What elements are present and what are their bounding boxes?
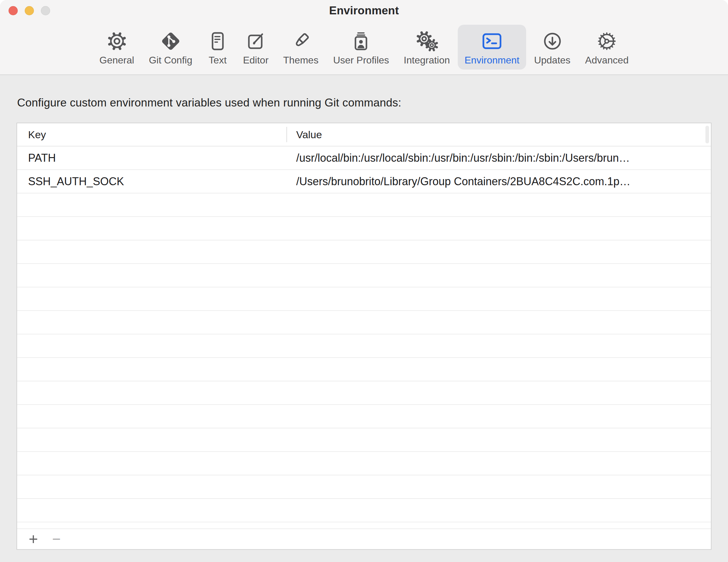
add-variable-button[interactable]: + [29,531,38,547]
toolbar-tabs: General Git Config Text Editor The [0,25,728,70]
empty-table-row[interactable] [17,264,711,287]
terminal-icon [480,30,504,53]
column-resize-divider[interactable] [286,127,287,142]
window-title: Environment [0,4,728,17]
remove-variable-button[interactable]: − [52,532,60,546]
scrollbar-thumb[interactable] [705,126,709,143]
tab-label: Text [209,55,227,66]
tab-label: Updates [534,55,570,66]
empty-table-row[interactable] [17,405,711,428]
tab-label: Editor [243,55,269,66]
page-description: Configure custom environment variables u… [17,96,401,109]
tab-label: Environment [464,55,519,66]
document-icon [207,30,228,53]
empty-table-row[interactable] [17,241,711,264]
tab-label: Advanced [585,55,628,66]
table-row[interactable]: SSH_AUTH_SOCK/Users/brunobrito/Library/G… [17,170,711,194]
tab-label: Themes [283,55,319,66]
compose-icon [245,30,267,53]
git-diamond-icon [160,30,182,53]
empty-table-row[interactable] [17,452,711,475]
paintbrush-icon [290,30,311,53]
env-var-value: /usr/local/bin:/usr/local/sbin:/usr/bin:… [286,152,711,165]
tab-git-config[interactable]: Git Config [142,25,199,70]
tab-general[interactable]: General [93,25,141,70]
gear-icon [106,30,128,53]
table-row[interactable]: PATH/usr/local/bin:/usr/local/sbin:/usr/… [17,147,711,170]
toolbar: Environment General Git Config Text Edit… [0,0,728,75]
tab-environment[interactable]: Environment [458,25,526,70]
empty-table-row[interactable] [17,217,711,241]
tab-label: User Profiles [333,55,389,66]
table-controls: +− [17,529,711,549]
tab-updates[interactable]: Updates [527,25,577,70]
empty-table-row[interactable] [17,358,711,381]
empty-table-row[interactable] [17,381,711,405]
env-var-key: SSH_AUTH_SOCK [17,175,286,188]
empty-table-row-clipped [17,522,711,529]
column-header-value[interactable]: Value [286,129,322,141]
id-badge-icon [350,30,372,53]
env-var-value: /Users/brunobrito/Library/Group Containe… [286,175,711,188]
download-circle-icon [542,30,563,53]
tab-text[interactable]: Text [200,25,235,70]
environment-variables-table: Key Value PATH/usr/local/bin:/usr/local/… [16,123,712,550]
empty-table-row[interactable] [17,334,711,358]
tab-advanced[interactable]: Advanced [578,25,635,70]
preferences-window: Environment General Git Config Text Edit… [0,0,728,562]
empty-table-row[interactable] [17,428,711,452]
env-var-key: PATH [17,152,286,165]
column-header-key[interactable]: Key [17,129,286,141]
tab-label: Git Config [149,55,192,66]
tab-integration[interactable]: Integration [397,25,457,70]
tab-themes[interactable]: Themes [276,25,325,70]
table-header-row: Key Value [17,123,711,147]
table-body: PATH/usr/local/bin:/usr/local/sbin:/usr/… [17,147,711,549]
tab-user-profiles[interactable]: User Profiles [326,25,396,70]
tab-label: Integration [404,55,450,66]
empty-table-row[interactable] [17,311,711,334]
empty-table-row[interactable] [17,499,711,522]
empty-table-row[interactable] [17,194,711,217]
double-gears-icon [415,30,439,53]
tab-label: General [100,55,134,66]
empty-table-row[interactable] [17,287,711,311]
empty-table-row[interactable] [17,475,711,499]
tab-editor[interactable]: Editor [236,25,275,70]
cog-wheel-icon [596,30,617,53]
